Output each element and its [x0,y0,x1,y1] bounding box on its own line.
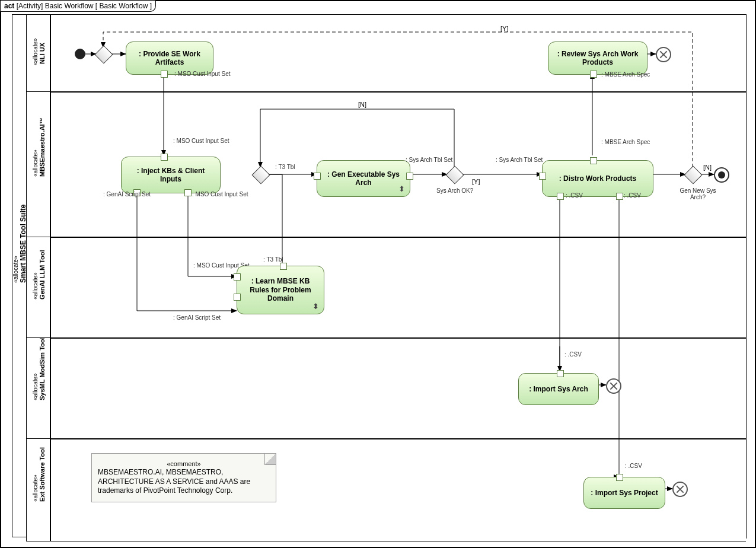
pinlabel-genai-script-1: : GenAI Script Set [103,191,151,197]
frame-kind: act [4,2,14,10]
activity-inject-kbs: : Inject KBs & Client Inputs [121,157,221,193]
flow-final-import-proj [672,482,688,497]
pin-in-import-arch [557,370,564,377]
activity-diagram-frame: act [Activity] Basic Workflow [ Basic Wo… [0,0,756,548]
pinlabel-ttbl-2: : T3 Tbl [263,256,283,263]
pinlabel-ttbl-1: : T3 Tbl [275,164,295,170]
guard-no-1: [N] [358,101,366,108]
swimlanes-container: «allocate»NLI UX «allocate»MBSEmaestro.A… [26,14,747,539]
frame-header: act [Activity] Basic Workflow [ Basic Wo… [1,1,156,12]
pin-out-learn-ttbl [280,263,287,270]
pinlabel-sysarchtbl-2: : Sys Arch Tbl Set [496,157,543,163]
lane-label-genai-llm: «allocate»GenAI LLM Tool [26,237,51,339]
pinlabel-mbse-arch-spec-1: : MBSE Arch Spec [601,71,650,78]
activity-review-sys-arch: : Review Sys Arch Work Products [548,42,647,75]
pin-in-inject-top [161,154,168,161]
pinlabel-csv-1: : .CSV [566,192,583,199]
pin-out-distro-top [590,157,597,164]
lane-label-sysml-modsim: «allocate»SysML ModSim Tool [26,337,51,439]
lane-label-ext-software: «allocate»Ext Software Tool [26,438,51,541]
pin-in-import-proj [616,474,623,481]
pinlabel-mso-cust-2: : MSO Cust Input Set [173,138,229,144]
pinlabel-mso-cust-1: : MSO Cust Input Set [174,71,230,77]
initial-node [75,49,85,59]
guard-no-2: [N] [703,164,712,171]
lane-label-mbsemaestro: «allocate»MBSEmaestro.AI™ [26,91,51,238]
guard-yes-1: [Y] [472,178,480,185]
pin-out-distro-csv1 [557,193,564,200]
flow-final-review [656,47,671,62]
activity-provide-se-artifacts: : Provide SE Work Artifacts [126,42,213,75]
activity-distro-work-products: : Distro Work Products [542,160,653,197]
guard-yes-2: [Y] [500,25,508,32]
lane-label-nli-ux: «allocate»NLI UX [26,14,51,93]
pinlabel-mbse-arch-spec-2: : MBSE Arch Spec [601,139,650,145]
pin-in-learn-genai [234,294,241,301]
rake-icon-2: ⬍ [312,302,319,311]
flow-final-import-arch [606,378,621,394]
lane-body-sysml-modsim [50,337,746,439]
frame-bracket: [Activity] [17,2,43,10]
note-fold-icon [264,454,276,465]
activity-import-sys-project: : Import Sys Project [583,477,665,509]
label-gen-new: Gen New Sys Arch? [677,187,719,200]
frame-param: [ Basic Workflow ] [95,2,152,10]
activity-final [714,167,729,183]
pin-in-distro-left [539,173,546,180]
pin-out-genexec [406,173,413,180]
pinlabel-csv-4: : .CSV [625,463,642,469]
outer-swimlane-label: «allocate» Smart MBSE Tool Suite [12,14,27,537]
rake-icon: ⬍ [398,184,405,194]
pin-out-mso-cust [161,71,168,78]
lane-body-genai-llm [50,237,746,339]
pinlabel-csv-3: : .CSV [564,351,582,358]
pin-in-genexec [314,173,321,180]
pin-in-learn-mso [234,273,241,281]
pin-out-inject-right [184,189,192,196]
pinlabel-sysarchtbl-1: : Sys Arch Tbl Set [406,157,452,163]
comment-stereo: «comment» [98,460,270,468]
pin-out-distro-csv2 [616,193,623,200]
pinlabel-mso-cust-3: : MSO Cust Input Set [192,191,248,197]
activity-import-sys-arch: : Import Sys Arch [518,373,599,405]
comment-text: MBSEMAESTRO.AI, MBSEMAESTRO, ARCHITECTUR… [98,468,270,496]
pinlabel-csv-2: : .CSV [624,192,641,199]
pinlabel-genai-script-2: : GenAI Script Set [173,314,221,321]
activity-gen-exec-sys-arch: : Gen Executable Sys Arch ⬍ [317,160,410,197]
outer-stereo: «allocate» [12,269,19,283]
comment-note: «comment» MBSEMAESTRO.AI, MBSEMAESTRO, A… [91,453,276,502]
label-sys-arch-ok: Sys Arch OK? [436,187,473,194]
frame-name: Basic Workflow [45,2,94,10]
pin-in-mbse-arch-spec [590,71,597,78]
activity-learn-mbse-kb: : Learn MBSE KB Rules for Problem Domain… [237,266,324,314]
